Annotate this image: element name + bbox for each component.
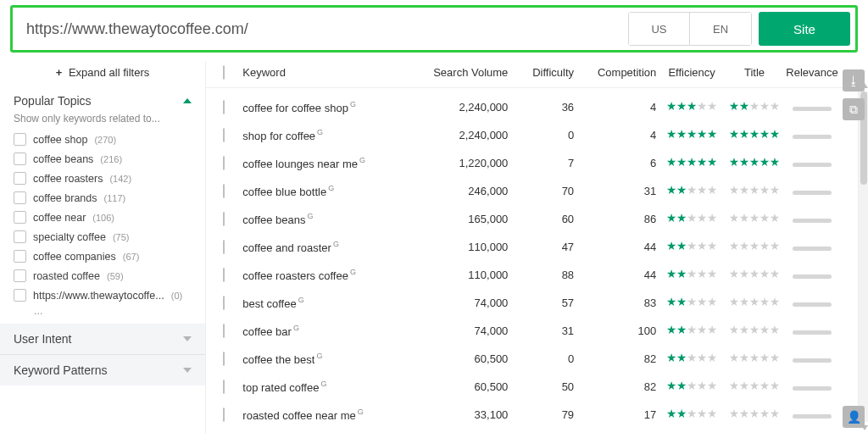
table-row[interactable]: coffee lounges near meG1,220,00076 xyxy=(223,149,843,177)
col-header-search-volume[interactable]: Search Volume xyxy=(415,66,508,79)
topic-label: https://www.thewaytocoffe... xyxy=(33,290,164,302)
star-rating xyxy=(729,186,779,195)
expand-all-filters[interactable]: + Expand all filters xyxy=(0,61,205,91)
topic-checkbox[interactable] xyxy=(14,211,26,224)
topic-item[interactable]: coffee roasters (142) xyxy=(14,169,192,188)
topic-item[interactable]: coffee near (106) xyxy=(14,208,192,227)
table-row[interactable]: shop for coffeeG2,240,00004 xyxy=(223,121,843,149)
topic-item[interactable]: coffee companies (67) xyxy=(14,247,192,266)
col-header-efficiency[interactable]: Efficiency xyxy=(656,66,727,79)
row-checkbox[interactable] xyxy=(223,156,225,170)
locale-language-button[interactable]: EN xyxy=(690,13,751,45)
google-badge-icon: G xyxy=(359,156,365,164)
table-row[interactable]: coffee and roasterG110,0004744 xyxy=(223,233,843,261)
star-rating xyxy=(667,353,717,363)
topic-checkbox[interactable] xyxy=(14,230,26,243)
cell-competition: 83 xyxy=(574,297,656,309)
download-button[interactable]: ⭳ xyxy=(843,69,865,91)
cell-difficulty: 31 xyxy=(508,324,574,337)
more-topics[interactable]: ... xyxy=(14,305,192,317)
topic-label: coffee roasters xyxy=(33,173,103,185)
row-checkbox[interactable] xyxy=(223,100,225,114)
topic-count: (270) xyxy=(94,135,116,145)
popular-topics-header[interactable]: Popular Topics xyxy=(0,91,205,113)
topic-item[interactable]: coffee beans (216) xyxy=(14,149,192,169)
cell-search-volume: 165,000 xyxy=(415,213,508,225)
locale-country-button[interactable]: US xyxy=(629,13,690,45)
cell-relevance xyxy=(782,157,843,169)
col-header-title[interactable]: Title xyxy=(727,66,782,79)
table-row[interactable]: coffee beansG165,0006086 xyxy=(223,205,843,233)
cell-efficiency xyxy=(656,269,727,281)
row-checkbox[interactable] xyxy=(223,240,225,254)
vertical-scrollbar[interactable] xyxy=(858,91,868,422)
topic-item[interactable]: specialty coffee (75) xyxy=(14,227,192,247)
row-checkbox[interactable] xyxy=(223,184,225,198)
user-intent-header[interactable]: User Intent xyxy=(0,324,205,354)
copy-button[interactable]: ⧉ xyxy=(843,98,865,120)
topic-checkbox[interactable] xyxy=(14,133,26,146)
site-search-button[interactable]: Site xyxy=(759,12,850,46)
row-checkbox[interactable] xyxy=(223,268,225,282)
caret-down-icon xyxy=(183,336,192,341)
star-rating xyxy=(667,325,717,335)
google-badge-icon: G xyxy=(350,100,356,108)
cell-competition: 82 xyxy=(574,380,656,393)
topic-checkbox[interactable] xyxy=(14,269,26,282)
cell-difficulty: 60 xyxy=(508,213,574,225)
cell-efficiency xyxy=(656,185,727,197)
cell-search-volume: 110,000 xyxy=(415,269,508,281)
table-row[interactable]: best coffeeG74,0005783 xyxy=(223,289,843,317)
topic-checkbox[interactable] xyxy=(14,289,26,302)
topic-count: (75) xyxy=(113,232,130,242)
row-checkbox[interactable] xyxy=(223,128,225,142)
col-header-competition[interactable]: Competition xyxy=(574,66,656,79)
topic-item[interactable]: https://www.thewaytocoffe... (0) xyxy=(14,286,192,305)
topic-count: (106) xyxy=(92,213,114,223)
row-checkbox[interactable] xyxy=(223,296,225,310)
topic-checkbox[interactable] xyxy=(14,191,26,204)
expand-all-filters-label: Expand all filters xyxy=(69,66,149,79)
cell-keyword: coffee the bestG xyxy=(242,352,415,366)
cell-difficulty: 36 xyxy=(508,101,574,114)
col-header-difficulty[interactable]: Difficulty xyxy=(508,66,574,79)
cell-keyword: roasted coffee near meG xyxy=(242,408,415,422)
user-floating-button[interactable]: 👤 xyxy=(843,406,865,428)
cell-title xyxy=(727,101,782,114)
topic-checkbox[interactable] xyxy=(14,172,26,185)
row-checkbox[interactable] xyxy=(223,380,225,394)
topic-checkbox[interactable] xyxy=(14,152,26,165)
popular-topics-title: Popular Topics xyxy=(14,94,92,108)
topic-checkbox[interactable] xyxy=(14,250,26,263)
table-row[interactable]: coffee blue bottleG246,0007031 xyxy=(223,177,843,205)
row-checkbox[interactable] xyxy=(223,324,225,338)
col-header-keyword[interactable]: Keyword xyxy=(242,66,415,79)
table-row[interactable]: coffee roasters coffeeG110,0008844 xyxy=(223,261,843,289)
cell-relevance xyxy=(782,352,843,365)
star-rating xyxy=(667,381,717,391)
table-row[interactable]: coffee for coffee shopG2,240,000364 xyxy=(223,93,843,121)
star-rating xyxy=(729,241,779,251)
table-row[interactable]: coffee barG74,00031100 xyxy=(223,317,843,345)
topic-item[interactable]: coffee brands (117) xyxy=(14,188,192,208)
cell-keyword: coffee roasters coffeeG xyxy=(242,268,415,282)
select-all-checkbox[interactable] xyxy=(223,65,225,80)
google-badge-icon: G xyxy=(308,212,314,220)
star-rating xyxy=(667,269,717,279)
cell-efficiency xyxy=(656,408,727,421)
table-row[interactable]: coffee the bestG60,500082 xyxy=(223,345,843,373)
topic-item[interactable]: coffee shop (270) xyxy=(14,130,192,149)
url-input[interactable] xyxy=(18,20,621,38)
row-checkbox[interactable] xyxy=(223,408,225,422)
col-header-relevance[interactable]: Relevance xyxy=(782,66,843,79)
cell-relevance xyxy=(782,408,843,421)
row-checkbox[interactable] xyxy=(223,212,225,226)
row-checkbox[interactable] xyxy=(223,352,225,366)
table-row[interactable]: roasted coffee near meG33,1007917 xyxy=(223,401,843,429)
google-badge-icon: G xyxy=(317,128,323,136)
cell-difficulty: 50 xyxy=(508,380,574,393)
keyword-patterns-header[interactable]: Keyword Patterns xyxy=(0,354,205,385)
table-row[interactable]: top rated coffeeG60,5005082 xyxy=(223,373,843,401)
cell-title xyxy=(727,324,782,337)
topic-item[interactable]: roasted coffee (59) xyxy=(14,266,192,286)
